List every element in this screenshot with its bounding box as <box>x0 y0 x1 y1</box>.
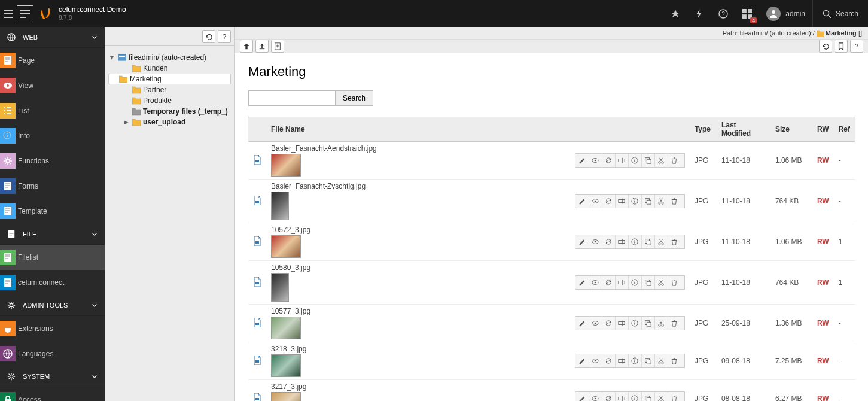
col-size[interactable]: Size <box>770 117 812 142</box>
modnav-item-functions[interactable]: Functions <box>0 148 105 174</box>
row-delete-button[interactable] <box>668 392 681 401</box>
doc-reload-button[interactable] <box>819 40 832 53</box>
row-copy-button[interactable] <box>641 276 654 289</box>
row-rename-button[interactable] <box>615 195 628 208</box>
thumbnail[interactable] <box>271 273 289 302</box>
file-name[interactable]: Basler_Fasnacht-Aendstraich.jpg <box>271 144 565 153</box>
row-copy-button[interactable] <box>641 195 654 208</box>
modnav-item-celum-connect[interactable]: celum:connect <box>0 270 105 295</box>
file-name[interactable]: 10577_3.jpg <box>271 307 565 315</box>
col-type[interactable]: Type <box>690 117 717 142</box>
thumbnail[interactable] <box>271 192 289 220</box>
row-replace-button[interactable] <box>602 195 615 208</box>
modnav-group[interactable]: FILE <box>0 224 105 245</box>
row-edit-button[interactable] <box>575 354 589 367</box>
row-edit-button[interactable] <box>575 317 589 330</box>
row-rename-button[interactable] <box>615 276 628 289</box>
row-view-button[interactable] <box>589 235 602 248</box>
doc-help-button[interactable]: ? <box>850 40 863 53</box>
tree-root[interactable]: ▾fileadmin/ (auto-created) <box>108 52 231 63</box>
row-edit-button[interactable] <box>575 235 589 248</box>
upload-button[interactable] <box>255 40 269 53</box>
modnav-item-info[interactable]: Info <box>0 123 105 148</box>
user-menu[interactable]: admin <box>759 7 812 21</box>
file-search-input[interactable] <box>248 90 336 106</box>
doc-bookmark-button[interactable] <box>835 40 848 53</box>
row-view-button[interactable] <box>589 195 602 208</box>
bookmark-star-icon[interactable] <box>663 0 687 27</box>
col-filename[interactable]: File Name <box>266 117 570 142</box>
modnav-item-view[interactable]: View <box>0 73 105 98</box>
tree-help-button[interactable]: ? <box>218 30 231 43</box>
row-copy-button[interactable] <box>641 392 654 401</box>
row-view-button[interactable] <box>589 154 602 167</box>
tree-toggle-icon[interactable] <box>17 0 33 27</box>
tree-item[interactable]: Temporary files (_temp_) <box>108 106 231 117</box>
modnav-group[interactable]: ADMIN TOOLS <box>0 295 105 316</box>
thumbnail[interactable] <box>271 317 301 339</box>
help-icon[interactable] <box>711 0 735 27</box>
tree-item[interactable]: Marketing <box>108 74 231 84</box>
tree-item[interactable]: ▸user_upload <box>108 117 231 127</box>
modnav-item-languages[interactable]: Languages <box>0 341 105 366</box>
col-modified[interactable]: Last Modified <box>717 117 770 142</box>
row-rename-button[interactable] <box>615 235 628 248</box>
app-logo-area[interactable]: celum:connect Demo 8.7.8 <box>33 6 126 20</box>
row-info-button[interactable] <box>628 195 641 208</box>
row-edit-button[interactable] <box>575 154 589 167</box>
modnav-group[interactable]: SYSTEM <box>0 366 105 387</box>
thumbnail[interactable] <box>271 235 301 258</box>
row-view-button[interactable] <box>589 392 602 401</box>
row-cut-button[interactable] <box>654 354 668 367</box>
tree-item[interactable]: Produkte <box>108 95 231 106</box>
row-cut-button[interactable] <box>654 235 668 248</box>
row-replace-button[interactable] <box>602 276 615 289</box>
thumbnail[interactable] <box>271 392 301 401</box>
col-ref[interactable]: Ref <box>834 117 855 142</box>
col-rw[interactable]: RW <box>812 117 834 142</box>
row-rename-button[interactable] <box>615 354 628 367</box>
thumbnail[interactable] <box>271 154 301 177</box>
row-info-button[interactable] <box>628 276 641 289</box>
new-button[interactable] <box>271 40 284 53</box>
row-delete-button[interactable] <box>668 276 681 289</box>
cache-bolt-icon[interactable] <box>687 0 711 27</box>
tree-item[interactable]: Partner <box>108 84 231 95</box>
file-name[interactable]: Basler_Fasnacht-Zyschtig.jpg <box>271 182 565 190</box>
row-cut-button[interactable] <box>654 392 668 401</box>
modnav-item-filelist[interactable]: Filelist <box>0 245 105 270</box>
row-cut-button[interactable] <box>654 276 668 289</box>
row-edit-button[interactable] <box>575 392 589 401</box>
row-edit-button[interactable] <box>575 195 589 208</box>
row-delete-button[interactable] <box>668 235 681 248</box>
tree-item[interactable]: Kunden <box>108 63 231 74</box>
row-view-button[interactable] <box>589 276 602 289</box>
row-rename-button[interactable] <box>615 392 628 401</box>
row-info-button[interactable] <box>628 235 641 248</box>
file-name[interactable]: 3217_3.jpg <box>271 382 565 391</box>
row-edit-button[interactable] <box>575 276 589 289</box>
row-replace-button[interactable] <box>602 392 615 401</box>
tree-reload-button[interactable] <box>202 30 215 43</box>
row-replace-button[interactable] <box>602 154 615 167</box>
row-replace-button[interactable] <box>602 354 615 367</box>
row-delete-button[interactable] <box>668 317 681 330</box>
row-delete-button[interactable] <box>668 354 681 367</box>
modnav-item-page[interactable]: Page <box>0 48 105 73</box>
row-replace-button[interactable] <box>602 235 615 248</box>
row-delete-button[interactable] <box>668 195 681 208</box>
row-copy-button[interactable] <box>641 235 654 248</box>
row-delete-button[interactable] <box>668 154 681 167</box>
row-rename-button[interactable] <box>615 317 628 330</box>
row-cut-button[interactable] <box>654 195 668 208</box>
row-view-button[interactable] <box>589 317 602 330</box>
row-replace-button[interactable] <box>602 317 615 330</box>
file-name[interactable]: 10580_3.jpg <box>271 263 565 272</box>
menu-toggle-icon[interactable] <box>0 0 17 27</box>
modnav-item-extensions[interactable]: Extensions <box>0 316 105 341</box>
thumbnail[interactable] <box>271 354 301 377</box>
modnav-group[interactable]: WEB <box>0 27 105 48</box>
modnav-item-list[interactable]: List <box>0 98 105 123</box>
row-rename-button[interactable] <box>615 154 628 167</box>
row-info-button[interactable] <box>628 317 641 330</box>
